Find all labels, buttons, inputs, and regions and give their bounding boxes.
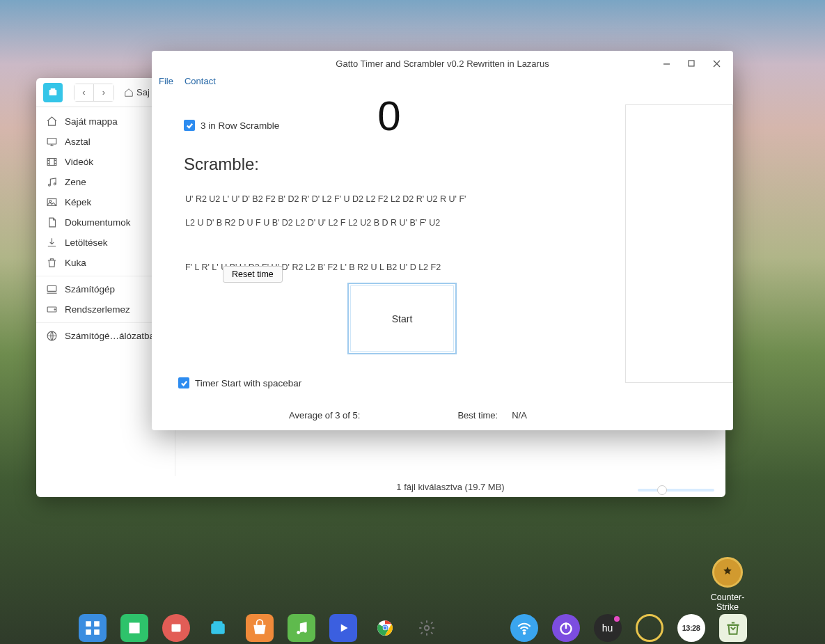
music-icon <box>46 176 58 188</box>
task-manager-icon[interactable] <box>120 614 148 642</box>
menubar: File Contact <box>152 76 733 89</box>
minimize-button[interactable] <box>654 51 679 76</box>
breadcrumb-text: Saj <box>136 87 150 97</box>
close-button[interactable] <box>704 51 729 76</box>
best-label: Best time: <box>457 410 498 421</box>
svg-point-22 <box>304 629 307 633</box>
sidebar-item-label: Videók <box>65 157 93 167</box>
globe-icon <box>46 330 58 342</box>
svg-marker-23 <box>340 625 347 632</box>
desktop-icon <box>46 136 58 148</box>
checkbox-spacebar-start[interactable]: Timer Start with spacebar <box>178 377 301 388</box>
timer-display: 0 <box>152 92 625 140</box>
home-icon <box>46 116 58 127</box>
avg-label: Average of 3 of 5: <box>289 410 360 421</box>
svg-rect-1 <box>51 88 56 91</box>
ring-indicator-icon[interactable] <box>636 614 663 642</box>
launcher-icon[interactable] <box>79 614 107 642</box>
checkbox-icon <box>184 120 195 131</box>
nav-buttons: ‹ › <box>74 84 114 102</box>
sidebar-item-label: Letöltések <box>65 237 108 248</box>
svg-rect-19 <box>211 624 225 634</box>
reset-time-button[interactable]: Reset time <box>223 266 283 283</box>
svg-point-21 <box>297 631 300 634</box>
svg-point-4 <box>49 184 51 186</box>
menu-contact[interactable]: Contact <box>184 76 216 86</box>
video-icon <box>46 156 58 168</box>
cs-icon <box>712 557 743 588</box>
file-manager-task-icon[interactable] <box>204 614 232 642</box>
svg-point-27 <box>383 627 386 630</box>
taskbar-trash-icon[interactable] <box>719 614 747 642</box>
minimize-icon <box>663 60 670 68</box>
sidebar-item-label: Számítógép <box>65 284 115 294</box>
svg-rect-14 <box>94 621 100 627</box>
best-value: N/A <box>512 410 527 421</box>
svg-rect-3 <box>47 159 56 166</box>
maximize-button[interactable] <box>679 51 704 76</box>
checkbox-label: Timer Start with spacebar <box>195 378 301 388</box>
sidebar-item-label: Asztal <box>65 136 91 147</box>
document-icon <box>46 217 58 228</box>
svg-rect-12 <box>689 61 694 66</box>
svg-point-10 <box>54 309 55 310</box>
svg-rect-18 <box>171 625 180 632</box>
svg-rect-13 <box>86 621 91 627</box>
notification-dot-icon <box>614 616 620 622</box>
sidebar-item-label: Számítógé…álózatban <box>65 331 160 341</box>
sidebar-item-label: Zene <box>65 177 86 187</box>
music-player-icon[interactable] <box>288 614 315 642</box>
svg-rect-0 <box>49 90 57 95</box>
svg-point-29 <box>523 633 524 634</box>
status-text: 1 fájl kiválasztva (19.7 MB) <box>396 482 504 492</box>
clock-icon[interactable]: 13:28 <box>677 614 705 642</box>
start-button[interactable]: Start <box>347 283 457 354</box>
desktop-shortcut-label: Counter-Strike <box>707 592 748 612</box>
window-title: Gatto Timer and Scrambler v0.2 Rewritten… <box>336 58 549 69</box>
desktop-shortcut-counterstrike[interactable]: Counter-Strike <box>707 557 748 612</box>
workspace-icon[interactable] <box>162 614 190 642</box>
titlebar[interactable]: Gatto Timer and Scrambler v0.2 Rewritten… <box>152 51 733 76</box>
nav-back-button[interactable]: ‹ <box>74 84 94 101</box>
sidebar-item-label: Dokumentumok <box>65 217 131 228</box>
checkbox-label: 3 in Row Scramble <box>201 120 279 131</box>
zoom-slider[interactable] <box>638 489 714 492</box>
results-panel <box>625 104 733 383</box>
svg-point-5 <box>54 183 56 185</box>
scramble-heading: Scramble: <box>184 155 259 174</box>
zoom-slider-thumb[interactable] <box>657 485 667 495</box>
checkbox-3row-scramble[interactable]: 3 in Row Scramble <box>184 120 279 131</box>
window-controls <box>654 51 729 76</box>
wifi-icon[interactable] <box>510 614 538 642</box>
app-body: 0 3 in Row Scramble Scramble: U' R2 U2 L… <box>152 89 733 430</box>
keyboard-layout-icon[interactable]: hu <box>594 614 622 642</box>
video-player-icon[interactable] <box>329 614 357 642</box>
scramble-line: L2 U D' B R2 D U F U B' D2 L2 D' U' L2 F… <box>185 219 466 228</box>
breadcrumb[interactable]: Saj <box>124 87 150 97</box>
trash-icon <box>46 257 58 269</box>
image-icon <box>46 196 58 208</box>
svg-rect-16 <box>94 629 100 635</box>
sidebar-item-label: Kuka <box>65 258 86 268</box>
taskbar: hu 13:28 <box>0 612 825 644</box>
maximize-icon <box>688 60 695 67</box>
nav-forward-button[interactable]: › <box>94 84 113 101</box>
stats-row: Average of 3 of 5: Best time: N/A <box>289 410 527 421</box>
scramble-line: U' R2 U2 L' U' D' B2 F2 B' D2 R' D' L2 F… <box>185 195 466 204</box>
download-icon <box>46 237 58 249</box>
svg-rect-20 <box>213 621 222 625</box>
file-manager-logo-icon <box>43 83 63 102</box>
power-icon[interactable] <box>552 614 580 642</box>
sidebar-item-label: Képek <box>65 197 91 207</box>
sidebar-item-label: Saját mappa <box>65 116 118 127</box>
chrome-icon[interactable] <box>371 614 399 642</box>
keyboard-layout-label: hu <box>602 622 613 634</box>
checkbox-icon <box>178 377 189 388</box>
svg-point-28 <box>424 626 429 631</box>
timer-app-window: Gatto Timer and Scrambler v0.2 Rewritten… <box>152 51 733 430</box>
settings-icon[interactable] <box>413 614 441 642</box>
store-icon[interactable] <box>246 614 274 642</box>
close-icon <box>713 60 721 68</box>
menu-file[interactable]: File <box>159 76 173 86</box>
computer-icon <box>46 283 58 295</box>
